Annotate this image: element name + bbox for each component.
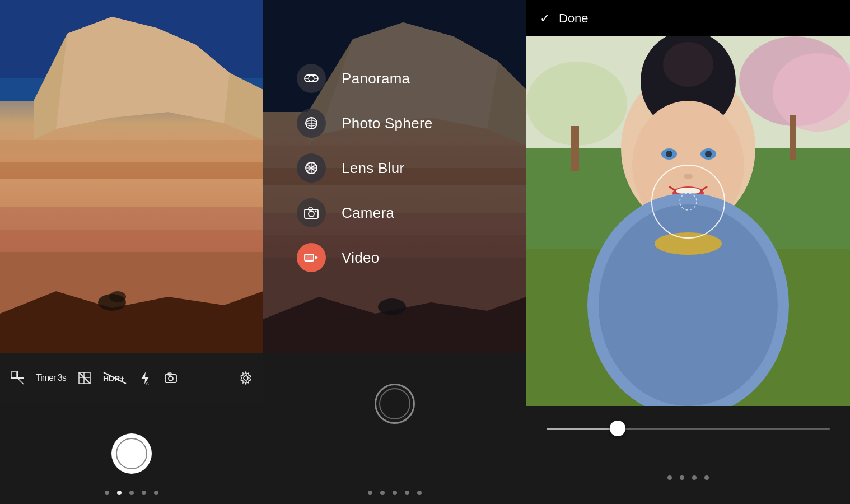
svg-line-16 [18,379,24,384]
photo-sphere-label: Photo Sphere [342,115,433,132]
portrait-svg [526,36,850,406]
photo-sphere-mode-icon [297,109,326,138]
dot-r-2 [692,475,697,480]
done-label[interactable]: Done [559,11,589,26]
svg-point-80 [684,174,693,179]
mode-item-photo-sphere[interactable]: Photo Sphere [297,101,433,146]
svg-rect-27 [168,373,171,375]
svg-text:A: A [146,381,149,385]
camera-bottom-middle [263,353,526,504]
dot-m-4 [417,491,422,495]
svg-rect-4 [0,140,263,162]
dot-r-0 [667,475,672,480]
svg-point-59 [315,211,317,212]
svg-rect-5 [0,162,263,179]
page-dots-middle [263,491,526,495]
camera-viewfinder-left [0,0,263,353]
mode-item-camera[interactable]: Camera [297,190,433,235]
svg-marker-61 [315,255,318,260]
toolbar-left-icons: Timer 3s HDR+ [10,371,178,385]
mode-menu: Panorama Photo Sphere [297,56,433,280]
svg-rect-8 [0,230,263,252]
camera-viewfinder-middle: Panorama Photo Sphere [263,0,526,353]
page-dots-left [0,491,263,495]
dot-m-3 [405,491,409,495]
camera-toolbar: Timer 3s HDR+ [0,353,263,403]
portrait-photo [526,36,850,406]
shutter-button-inactive[interactable] [375,384,415,424]
mode-item-lens-blur[interactable]: Lens Blur [297,146,433,190]
panorama-mode-icon [297,64,326,93]
camera-switch-icon[interactable] [164,371,178,385]
exposure-icon[interactable] [10,371,25,385]
camera-label: Camera [342,204,394,222]
blur-slider-container [526,406,850,451]
svg-point-28 [244,376,248,380]
svg-point-84 [655,232,722,255]
grid-off-icon[interactable] [77,371,92,385]
lens-blur-mode-icon [297,153,326,183]
svg-line-17 [79,372,90,384]
dot-m-1 [380,491,385,495]
dot-r-3 [704,475,709,480]
left-camera-panel: Timer 3s HDR+ [0,0,263,504]
video-mode-icon [297,243,326,272]
mode-menu-panel: Panorama Photo Sphere [263,0,526,504]
dot-1 [117,491,122,495]
camera-mode-icon [297,198,326,227]
dot-m-2 [393,491,397,495]
mode-item-panorama[interactable]: Panorama [297,56,433,101]
svg-point-42 [309,76,314,81]
dot-3 [142,491,146,495]
dot-r-1 [680,475,684,480]
flash-auto-icon[interactable]: A [138,371,152,385]
right-portrait-panel: ✓ Done [526,0,850,504]
dot-4 [154,491,158,495]
video-label: Video [342,249,380,267]
shutter-gray-inner [379,388,410,419]
svg-text:HDR+: HDR+ [103,374,125,383]
svg-rect-6 [0,179,263,207]
dot-m-0 [368,491,372,495]
dot-0 [105,491,109,495]
lens-blur-label: Lens Blur [342,160,405,177]
svg-point-26 [169,376,173,381]
svg-rect-25 [165,375,176,382]
svg-rect-58 [309,208,312,210]
right-header: ✓ Done [526,0,850,36]
right-bottom-dots [526,451,850,504]
svg-rect-68 [571,126,579,171]
svg-rect-60 [305,254,314,261]
shutter-button[interactable] [111,433,152,474]
svg-rect-7 [0,207,263,230]
camera-bottom-left [0,403,263,504]
panorama-label: Panorama [342,70,410,87]
rock-formation-left [0,0,263,353]
shutter-inner [116,438,147,469]
svg-point-12 [109,291,126,302]
svg-rect-67 [790,115,796,160]
svg-point-57 [309,211,314,217]
svg-point-72 [663,42,713,87]
hdr-off-icon[interactable]: HDR+ [103,372,127,384]
svg-point-77 [705,151,712,157]
mode-item-video[interactable]: Video [297,235,433,280]
blur-slider-fill [547,428,618,430]
svg-rect-15 [11,372,17,377]
dot-2 [129,491,134,495]
done-checkmark: ✓ [540,11,550,26]
timer-icon[interactable]: Timer 3s [36,373,66,383]
svg-point-76 [666,151,672,157]
blur-slider-track [547,428,830,430]
blur-amount-slider[interactable] [610,421,625,436]
settings-icon[interactable] [239,371,253,385]
